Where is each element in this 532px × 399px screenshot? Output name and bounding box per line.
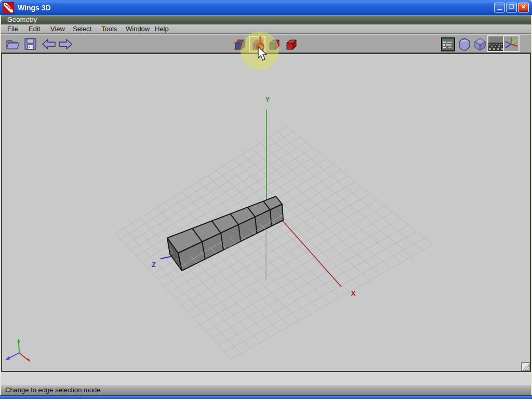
menu-item-tools[interactable]: Tools (101, 25, 117, 33)
window-left-edge (0, 15, 1, 395)
menu-item-window[interactable]: Window (126, 25, 150, 33)
axes-toggle-icon[interactable] (503, 35, 520, 52)
face-select-icon[interactable] (268, 38, 281, 51)
window-title: Wings 3D (18, 4, 51, 12)
x-axis-label: X (351, 289, 356, 297)
close-button[interactable]: ✕ (518, 3, 529, 12)
status-bar: Change to edge selection mode (1, 385, 531, 395)
menu-item-select[interactable]: Select (73, 25, 91, 33)
geometry-graph-icon[interactable] (441, 37, 455, 51)
ground-plane-toggle-icon[interactable] (487, 35, 504, 52)
vertex-select-icon[interactable] (233, 38, 247, 51)
geometry-window-title: Geometry (7, 16, 37, 23)
minimize-button[interactable]: ▁ (494, 3, 505, 12)
menu-bar: FileEditViewSelectToolsWindowHelp (1, 24, 531, 34)
taskbar-edge[interactable] (0, 395, 532, 399)
forward-arrow-icon[interactable] (58, 38, 73, 50)
menu-item-file[interactable]: File (7, 25, 18, 33)
menu-item-edit[interactable]: Edit (29, 25, 40, 33)
window-lower-strip (1, 372, 531, 385)
open-file-icon[interactable] (5, 37, 21, 51)
status-message: Change to edge selection mode (5, 386, 101, 394)
edge-select-icon[interactable] (251, 38, 264, 51)
flat-shaded-icon[interactable] (473, 37, 487, 51)
wings3d-logo-icon (3, 2, 14, 14)
wings3d-application-window: Wings 3D ▁ ❐ ✕ Geometry FileEditViewSele… (0, 0, 532, 399)
save-file-icon[interactable] (24, 37, 37, 51)
3d-viewport[interactable]: YXZ (1, 53, 531, 372)
back-arrow-icon[interactable] (42, 38, 56, 50)
y-axis-label: Y (265, 96, 270, 103)
viewport-resize-handle[interactable] (522, 363, 530, 371)
geometry-window-titlebar[interactable]: Geometry (1, 15, 531, 24)
restore-button[interactable]: ❐ (506, 3, 517, 12)
body-select-icon[interactable] (285, 38, 298, 51)
ground-grid (115, 126, 433, 359)
z-axis-label: Z (152, 261, 156, 269)
toolbar (1, 34, 531, 53)
menu-item-view[interactable]: View (50, 25, 65, 33)
window-titlebar[interactable]: Wings 3D ▁ ❐ ✕ (0, 0, 532, 15)
3d-viewport-canvas: YXZ (2, 54, 530, 371)
smooth-shaded-icon[interactable] (458, 37, 471, 51)
mini-axes-indicator (5, 339, 31, 363)
window-controls: ▁ ❐ ✕ (494, 3, 529, 12)
menu-item-help[interactable]: Help (155, 25, 169, 33)
